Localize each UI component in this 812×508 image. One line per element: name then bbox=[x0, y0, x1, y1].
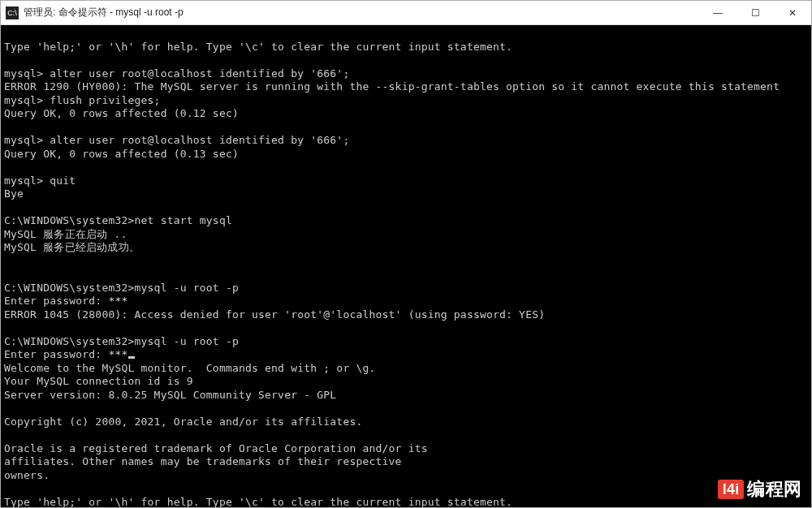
terminal-line: ERROR 1045 (28000): Access denied for us… bbox=[4, 308, 545, 321]
terminal-line: Type 'help;' or '\h' for help. Type '\c'… bbox=[4, 41, 512, 53]
maximize-button[interactable]: ☐ bbox=[736, 1, 774, 24]
terminal-line: Copyright (c) 2000, 2021, Oracle and/or … bbox=[4, 415, 362, 428]
terminal-line: C:\WINDOWS\system32>net start mysql bbox=[4, 214, 232, 226]
terminal-line: C:\WINDOWS\system32>mysql -u root -p bbox=[4, 282, 239, 294]
terminal-line: Oracle is a registered trademark of Orac… bbox=[4, 442, 428, 454]
terminal-line: Type 'help;' or '\h' for help. Type '\c'… bbox=[4, 496, 512, 508]
watermark-badge: l4i bbox=[718, 480, 745, 500]
terminal-line: Enter password: *** bbox=[4, 348, 128, 360]
terminal-line: mysql> flush privileges; bbox=[4, 94, 161, 106]
minimize-button[interactable]: — bbox=[699, 1, 736, 24]
terminal-line: mysql> alter user root@localhost identif… bbox=[4, 67, 349, 80]
terminal-line: Server version: 8.0.25 MySQL Community S… bbox=[4, 389, 336, 401]
terminal-line: Query OK, 0 rows affected (0.13 sec) bbox=[4, 148, 239, 160]
titlebar[interactable]: C:\ 管理员: 命令提示符 - mysql -u root -p — ☐ ✕ bbox=[1, 1, 811, 25]
terminal-output[interactable]: Type 'help;' or '\h' for help. Type '\c'… bbox=[1, 25, 811, 507]
terminal-line: MySQL 服务已经启动成功。 bbox=[4, 241, 140, 253]
terminal-line: Bye bbox=[4, 187, 24, 200]
terminal-line: Enter password: *** bbox=[4, 295, 128, 307]
terminal-line: affiliates. Other names may be trademark… bbox=[4, 455, 402, 467]
terminal-line: owners. bbox=[4, 469, 50, 481]
terminal-line: MySQL 服务正在启动 .. bbox=[4, 228, 127, 240]
terminal-window: C:\ 管理员: 命令提示符 - mysql -u root -p — ☐ ✕ … bbox=[0, 0, 812, 508]
watermark: l4i 编程网 bbox=[718, 480, 801, 500]
app-icon: C:\ bbox=[6, 6, 19, 19]
terminal-line: Welcome to the MySQL monitor. Commands e… bbox=[4, 362, 376, 374]
terminal-line: mysql> alter user root@localhost identif… bbox=[4, 134, 349, 146]
terminal-line: Query OK, 0 rows affected (0.12 sec) bbox=[4, 107, 239, 119]
terminal-line: C:\WINDOWS\system32>mysql -u root -p bbox=[4, 335, 239, 347]
window-controls: — ☐ ✕ bbox=[699, 1, 811, 24]
terminal-line: Your MySQL connection id is 9 bbox=[4, 375, 193, 387]
close-button[interactable]: ✕ bbox=[774, 1, 811, 24]
window-title: 管理员: 命令提示符 - mysql -u root -p bbox=[24, 6, 699, 19]
terminal-line: mysql> quit bbox=[4, 174, 76, 187]
terminal-line: ERROR 1290 (HY000): The MySQL server is … bbox=[4, 80, 780, 93]
cursor-icon bbox=[128, 356, 135, 359]
watermark-text: 编程网 bbox=[747, 483, 801, 497]
